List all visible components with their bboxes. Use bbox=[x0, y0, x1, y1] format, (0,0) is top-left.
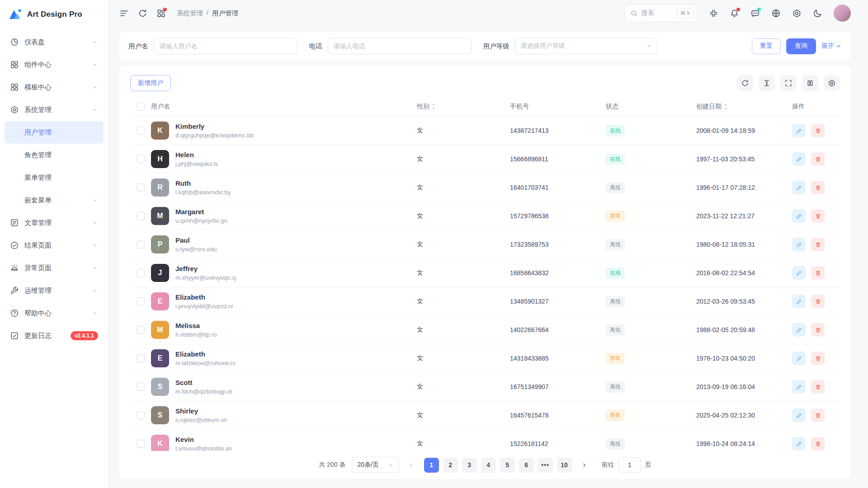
delete-button[interactable] bbox=[811, 323, 825, 337]
edit-button[interactable] bbox=[792, 380, 806, 394]
settings-gear-icon[interactable] bbox=[792, 9, 802, 18]
created-cell: 2008-01-09 14:18:59 bbox=[696, 127, 792, 134]
reset-button[interactable]: 重置 bbox=[752, 38, 781, 54]
delete-button[interactable] bbox=[811, 209, 825, 223]
sort-icon[interactable] bbox=[723, 103, 728, 110]
column-header-created[interactable]: 创建日期 bbox=[696, 103, 792, 111]
edit-button[interactable] bbox=[792, 323, 806, 337]
delete-button[interactable] bbox=[811, 408, 825, 422]
brand-logo[interactable]: Art Design Pro bbox=[0, 0, 108, 29]
delete-button[interactable] bbox=[811, 266, 825, 280]
page-button-10[interactable]: 10 bbox=[557, 458, 572, 473]
chevron-down-icon bbox=[388, 462, 394, 468]
delete-button[interactable] bbox=[811, 181, 825, 194]
notification-dot bbox=[163, 8, 167, 11]
row-checkbox[interactable] bbox=[137, 212, 145, 220]
exception-icon bbox=[10, 263, 19, 272]
edit-button[interactable] bbox=[792, 295, 806, 308]
username-filter-input[interactable] bbox=[154, 38, 297, 54]
row-checkbox[interactable] bbox=[137, 440, 145, 448]
expand-filters-link[interactable]: 展开 bbox=[821, 42, 842, 50]
delete-button[interactable] bbox=[811, 437, 825, 450]
sort-icon[interactable] bbox=[431, 103, 436, 110]
prev-page-button[interactable] bbox=[405, 458, 418, 472]
sidebar-item-更新日志[interactable]: 更新日志v2.4.1.1 bbox=[5, 324, 104, 347]
page-button-3[interactable]: 3 bbox=[462, 458, 477, 473]
dark-mode-moon-icon[interactable] bbox=[813, 9, 822, 18]
delete-button[interactable] bbox=[811, 352, 825, 365]
collapse-menu-icon[interactable] bbox=[119, 9, 129, 18]
sidebar-item-结果页面[interactable]: 结果页面 bbox=[5, 234, 104, 257]
sidebar-item-嵌套菜单[interactable]: 嵌套菜单 bbox=[5, 189, 104, 211]
page-button-2[interactable]: 2 bbox=[443, 458, 458, 473]
level-filter-select[interactable]: 请选择用户等级 bbox=[515, 38, 657, 54]
sidebar-item-仪表盘[interactable]: 仪表盘 bbox=[5, 31, 104, 53]
edit-button[interactable] bbox=[792, 408, 806, 422]
sidebar-item-系统管理[interactable]: 系统管理 bbox=[5, 99, 104, 121]
sidebar-item-异常页面[interactable]: 异常页面 bbox=[5, 257, 104, 279]
sidebar-item-帮助中心[interactable]: 帮助中心 bbox=[5, 302, 104, 324]
page-button-1[interactable]: 1 bbox=[424, 458, 439, 473]
user-avatar[interactable] bbox=[834, 5, 851, 22]
message-icon[interactable] bbox=[750, 9, 760, 18]
add-user-button[interactable]: 新增用户 bbox=[130, 75, 171, 91]
breadcrumb-parent[interactable]: 系统管理 bbox=[177, 9, 203, 18]
apps-grid-icon[interactable] bbox=[156, 9, 166, 18]
row-checkbox[interactable] bbox=[137, 127, 145, 135]
page-button-6[interactable]: 6 bbox=[519, 458, 534, 473]
query-button[interactable]: 查询 bbox=[786, 38, 816, 54]
edit-button[interactable] bbox=[792, 181, 806, 194]
row-checkbox[interactable] bbox=[137, 354, 145, 362]
chevron-down-icon bbox=[92, 287, 98, 294]
edit-button[interactable] bbox=[792, 152, 806, 166]
edit-button[interactable] bbox=[792, 209, 806, 223]
row-checkbox[interactable] bbox=[137, 297, 145, 305]
language-globe-icon[interactable] bbox=[771, 9, 781, 18]
fullscreen-icon[interactable] bbox=[709, 9, 718, 18]
sidebar-item-菜单管理[interactable]: 菜单管理 bbox=[5, 166, 104, 189]
table-settings-button[interactable] bbox=[824, 75, 840, 91]
username-filter-label: 用户名 bbox=[128, 42, 148, 51]
user-email: h.vbtibin@ttp.ro bbox=[175, 331, 217, 338]
table-refresh-button[interactable] bbox=[737, 75, 753, 91]
sidebar-item-角色管理[interactable]: 角色管理 bbox=[5, 144, 104, 166]
row-checkbox[interactable] bbox=[137, 411, 145, 419]
delete-button[interactable] bbox=[811, 295, 825, 308]
edit-button[interactable] bbox=[792, 437, 806, 450]
refresh-page-icon[interactable] bbox=[138, 9, 147, 18]
more-pages-button[interactable]: ••• bbox=[538, 458, 553, 473]
edit-button[interactable] bbox=[792, 352, 806, 365]
global-search[interactable]: 搜索 ⌘ k bbox=[624, 4, 698, 22]
goto-page-input[interactable] bbox=[618, 457, 641, 473]
sidebar-item-用户管理[interactable]: 用户管理 bbox=[5, 121, 104, 144]
page-button-5[interactable]: 5 bbox=[500, 458, 515, 473]
delete-button[interactable] bbox=[811, 380, 825, 394]
bell-icon[interactable] bbox=[730, 9, 739, 18]
page-size-select[interactable]: 20条/页 bbox=[352, 457, 399, 473]
edit-button[interactable] bbox=[792, 238, 806, 251]
row-checkbox[interactable] bbox=[137, 326, 145, 334]
edit-button[interactable] bbox=[792, 124, 806, 137]
columns-button[interactable] bbox=[802, 75, 818, 91]
row-checkbox[interactable] bbox=[137, 269, 145, 277]
next-page-button[interactable] bbox=[578, 458, 591, 472]
select-all-checkbox[interactable] bbox=[137, 103, 145, 111]
sidebar-item-运维管理[interactable]: 运维管理 bbox=[5, 279, 104, 302]
phone-filter-input[interactable] bbox=[328, 38, 472, 54]
row-checkbox[interactable] bbox=[137, 183, 145, 192]
edit-button[interactable] bbox=[792, 266, 806, 280]
sidebar-item-文章管理[interactable]: 文章管理 bbox=[5, 211, 104, 234]
column-header-gender[interactable]: 性别 bbox=[417, 103, 510, 111]
table-fullscreen-button[interactable] bbox=[780, 75, 797, 91]
sidebar-item-模板中心[interactable]: 模板中心 bbox=[5, 76, 104, 99]
search-icon bbox=[630, 9, 638, 17]
delete-button[interactable] bbox=[811, 152, 825, 166]
delete-button[interactable] bbox=[811, 238, 825, 251]
row-height-button[interactable] bbox=[759, 75, 775, 91]
sidebar-item-组件中心[interactable]: 组件中心 bbox=[5, 53, 104, 76]
row-checkbox[interactable] bbox=[137, 383, 145, 391]
delete-button[interactable] bbox=[811, 124, 825, 137]
row-checkbox[interactable] bbox=[137, 155, 145, 163]
row-checkbox[interactable] bbox=[137, 240, 145, 249]
page-button-4[interactable]: 4 bbox=[481, 458, 496, 473]
